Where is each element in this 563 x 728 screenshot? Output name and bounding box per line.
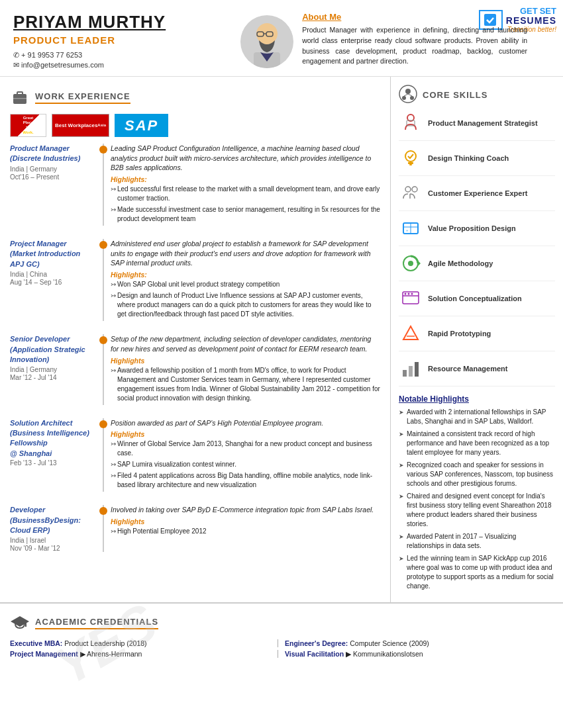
job-item-1: Product Manager(Discrete Industries) Ind… <box>10 144 380 226</box>
highlight-2-2: Design and launch of Product Live Influe… <box>111 291 380 319</box>
skill-icon-7 <box>399 322 423 345</box>
resource-mgmt-icon <box>400 358 421 379</box>
notable-title: Notable Highlights <box>399 394 555 404</box>
academic-item-1: Executive MBA: Product Leadership (2018) <box>10 639 278 647</box>
job-left-1: Product Manager(Discrete Industries) Ind… <box>10 144 103 226</box>
rapid-proto-icon <box>400 323 421 344</box>
highlight-4-2: SAP Lumira visualization contest winner. <box>111 460 380 469</box>
notable-item-2: Maintained a consistent track record of … <box>399 430 555 457</box>
academic-grid: Executive MBA: Product Leadership (2018)… <box>10 639 553 658</box>
highlights-title-4: Highlights <box>111 430 380 438</box>
highlight-3-1: Awarded a fellowship position of 1 month… <box>111 366 380 403</box>
svg-point-18 <box>405 151 416 161</box>
job-left-2: Project Manager(Market IntroductionAPJ G… <box>10 239 103 321</box>
skill-item-5: Agile Methodology <box>399 251 555 281</box>
svg-point-35 <box>411 293 413 295</box>
solution-icon <box>400 288 421 309</box>
job-date-4: Feb '13 - Jul '13 <box>10 459 96 467</box>
svg-point-12 <box>402 96 406 100</box>
job-date-1: Oct'16 – Present <box>10 173 96 181</box>
job-right-4: Position awarded as part of SAP's High P… <box>103 418 380 492</box>
academic-value-1: Product Leadership (2018) <box>64 639 146 647</box>
academic-item-4: Visual Facilitation ▶ Kommunikationslots… <box>285 650 553 658</box>
highlights-title-1: Highlights: <box>111 175 380 183</box>
job-left-4: Solution Architect(Business Intelligence… <box>10 418 103 492</box>
graduation-icon <box>11 614 29 632</box>
product-mgmt-icon <box>400 113 421 134</box>
svg-point-11 <box>405 89 411 94</box>
job-location-1: India | Germany <box>10 165 96 173</box>
skill-icon-5 <box>399 251 423 275</box>
job-title-2: Project Manager(Market IntroductionAPJ G… <box>10 239 96 269</box>
highlight-4-1: Winner of Global Service Jam 2013, Shang… <box>111 439 380 458</box>
job-item-2: Project Manager(Market IntroductionAPJ G… <box>10 239 380 321</box>
skill-icon-8 <box>399 357 423 381</box>
skill-label-6: Solution Conceptualization <box>428 295 522 302</box>
job-title-4: Solution Architect(Business Intelligence… <box>10 418 96 459</box>
academic-section: ACADEMIC CREDENTIALS Executive MBA: Prod… <box>0 602 563 664</box>
skill-item-1: Product Management Strategist <box>399 111 555 141</box>
skill-item-7: Rapid Prototyping <box>399 322 555 351</box>
highlight-5-1: High Potential Employee 2012 <box>111 527 380 536</box>
about-title: About Me <box>302 12 527 22</box>
highlights-title-2: Highlights: <box>111 271 380 279</box>
job-desc-3: Setup of the new department, including s… <box>111 334 380 353</box>
academic-label-3: Project Management <box>10 650 78 658</box>
svg-rect-20 <box>409 164 412 165</box>
job-desc-5: Involved in taking over SAP ByD E-Commer… <box>111 505 380 515</box>
academic-item-3: Project Management ▶ Ahrens-Herrmann <box>10 650 278 658</box>
avatar-svg <box>240 15 293 68</box>
company-logos: GreatPlaceToWork. Best Workplaces Asia S… <box>10 114 380 137</box>
job-desc-4: Position awarded as part of SAP's High P… <box>111 418 380 428</box>
skill-label-5: Agile Methodology <box>428 259 493 267</box>
job-item-5: Developer(BusinessByDesign:Cloud ERP) In… <box>10 505 380 552</box>
svg-marker-36 <box>403 326 418 340</box>
job-date-5: Nov '09 - Mar '12 <box>10 545 96 552</box>
skill-icon-2 <box>399 146 423 170</box>
main-content: WORK EXPERIENCE GreatPlaceToWork. Best W… <box>0 77 563 602</box>
svg-rect-19 <box>408 162 413 164</box>
svg-text:+: + <box>406 228 409 232</box>
academic-item-2: Engineer's Degree: Computer Science (200… <box>285 639 553 647</box>
about-text: Product Manager with experience in defin… <box>302 25 527 67</box>
notable-item-4: Chaired and designed event concept for I… <box>399 492 555 529</box>
svg-line-15 <box>408 94 412 96</box>
notable-highlights-section: Notable Highlights Awarded with 2 intern… <box>399 394 555 591</box>
skill-label-2: Design Thinking Coach <box>428 154 509 162</box>
skills-icon-container <box>399 85 417 105</box>
job-desc-2: Administered end user global project to … <box>111 239 380 268</box>
work-icon <box>10 87 30 107</box>
agile-icon <box>400 253 421 274</box>
academic-section-title: ACADEMIC CREDENTIALS <box>35 617 158 629</box>
notable-item-5: Awarded Patent in 2017 – Visualizing rel… <box>399 532 555 551</box>
skill-item-3: Customer Experience Expert <box>399 181 555 211</box>
job-date-3: Mar '12 - Jul '14 <box>10 374 96 381</box>
skill-label-8: Resource Management <box>428 365 507 373</box>
skill-item-8: Resource Management <box>399 357 555 387</box>
highlights-title-3: Highlights <box>111 357 380 365</box>
avatar <box>240 15 293 68</box>
value-prop-icon: + <box>400 218 421 239</box>
skills-icon <box>399 85 417 103</box>
work-experience-header: WORK EXPERIENCE <box>10 87 380 107</box>
right-column: CORE SKILLS Product Management Strategis… <box>391 77 563 602</box>
job-item-3: Senior Developer(Application StrategicIn… <box>10 334 380 404</box>
svg-point-30 <box>408 261 413 266</box>
job-location-3: India | Germany <box>10 366 96 373</box>
left-column: WORK EXPERIENCE GreatPlaceToWork. Best W… <box>0 77 391 602</box>
sap-logo: SAP <box>115 114 168 137</box>
candidate-name: PRIYAM MURTHY <box>13 12 225 32</box>
job-left-5: Developer(BusinessByDesign:Cloud ERP) In… <box>10 505 103 552</box>
skill-icon-4: + <box>399 216 423 240</box>
skill-item-6: Solution Conceptualization <box>399 287 555 316</box>
header-right: About Me Product Manager with experience… <box>302 12 527 67</box>
job-right-5: Involved in taking over SAP ByD E-Commer… <box>103 505 380 552</box>
job-date-2: Aug '14 – Sep '16 <box>10 279 96 286</box>
svg-rect-8 <box>17 92 23 95</box>
svg-point-22 <box>412 187 417 192</box>
svg-rect-39 <box>409 366 413 377</box>
highlight-1-1: Led successful first release to the mark… <box>111 185 380 203</box>
highlight-1-2: Made successful investment case to senio… <box>111 205 380 224</box>
bestworkplaces-logo: Best Workplaces Asia <box>52 114 109 137</box>
job-desc-1: Leading SAP Product Configuration Intell… <box>111 144 380 173</box>
